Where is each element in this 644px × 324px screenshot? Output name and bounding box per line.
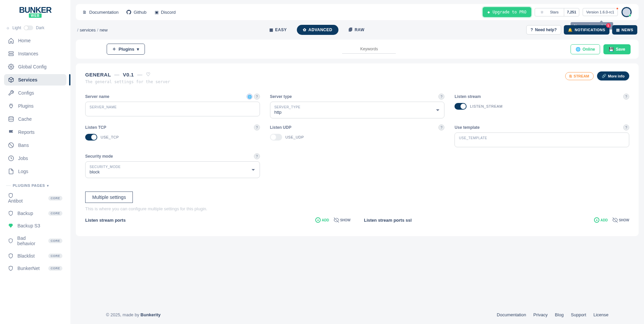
notifications-button[interactable]: 🔔NOTIFICATIONS1	[564, 25, 609, 35]
svg-rect-1	[9, 54, 13, 56]
clock-icon	[8, 155, 14, 161]
show-button[interactable]: SHOW	[334, 217, 351, 223]
link-documentation[interactable]: 🗎Documentation	[83, 10, 118, 15]
plugin-label: Backup S3	[17, 223, 40, 228]
field-label: Server name	[85, 94, 109, 99]
plugins-dropdown[interactable]: ✧Plugins▾	[107, 44, 145, 55]
footer-license[interactable]: License	[593, 312, 608, 317]
nav-global-config[interactable]: Global Config	[4, 61, 66, 72]
plugin-blacklist[interactable]: BlacklistCORE	[4, 251, 66, 261]
help-icon[interactable]: ?	[438, 94, 444, 100]
link-label: Discord	[161, 10, 176, 15]
show-button[interactable]: SHOW	[612, 217, 629, 223]
field-security-mode: Security mode ? SECURITY_MODEblock	[85, 153, 260, 178]
field-server-type: Server type ? SERVER_TYPEhttp	[270, 94, 445, 118]
plugin-backup-s3[interactable]: Backup S3	[4, 220, 66, 231]
nav-cache[interactable]: Cache	[4, 113, 66, 125]
field-listen-stream: Listen stream ? LISTEN_STREAM	[454, 94, 629, 118]
github-stars[interactable]: ☆ Stars7,251	[535, 8, 579, 16]
logo[interactable]: BUNKER WEB	[0, 3, 70, 23]
listen-tcp-toggle[interactable]	[85, 134, 97, 141]
add-button[interactable]: +ADD	[315, 217, 329, 223]
status-online-dot	[629, 14, 631, 17]
link-discord[interactable]: ▣Discord	[155, 10, 176, 15]
nav-label: Configs	[18, 90, 34, 96]
plugin-bunkernet[interactable]: BunkerNetCORE	[4, 263, 66, 274]
plugin-bad-behavior[interactable]: Bad behaviorCORE	[4, 233, 66, 249]
nav-label: Global Config	[18, 64, 47, 69]
link-github[interactable]: Github	[126, 10, 146, 15]
plugin-backup[interactable]: BackupCORE	[4, 208, 66, 219]
toggle-label: LISTEN_STREAM	[470, 104, 502, 108]
save-button[interactable]: 💾Save	[603, 44, 631, 54]
mode-label: ADVANCED	[309, 28, 332, 32]
search-input[interactable]	[342, 45, 396, 54]
online-button[interactable]: 🌐Online	[571, 44, 600, 54]
plugin-antibot[interactable]: AntibotCORE	[4, 190, 66, 206]
help-icon[interactable]: ?	[254, 153, 260, 159]
mode-easy[interactable]: ▦EASY	[263, 25, 293, 35]
mode-label: EASY	[275, 28, 287, 32]
footer-support[interactable]: Support	[571, 312, 586, 317]
nav-home[interactable]: Home	[4, 35, 66, 46]
theme-toggle[interactable]	[24, 25, 33, 30]
nav-logs[interactable]: Logs	[4, 166, 66, 177]
news-button[interactable]: ▤NEWS	[612, 25, 638, 35]
more-info-button[interactable]: 🔗More info	[597, 71, 630, 80]
mode-raw[interactable]: 🗐RAW	[342, 25, 371, 35]
use-template-input[interactable]: USE_TEMPLATE	[454, 132, 629, 147]
server-name-input[interactable]: SERVER_NAME	[85, 102, 260, 116]
upgrade-button[interactable]: ◆Upgrade to PRO	[483, 7, 531, 17]
nav-reports[interactable]: Reports	[4, 126, 66, 138]
help-icon[interactable]: ?	[623, 124, 629, 130]
nav-label: Bans	[18, 143, 29, 148]
breadcrumb-services[interactable]: services	[80, 28, 96, 33]
toggle-label: USE_TCP	[101, 135, 119, 139]
shield-outline-icon: ♡	[146, 71, 151, 77]
help-icon[interactable]: ?	[623, 94, 629, 100]
nav-services[interactable]: Services	[4, 74, 66, 86]
server-type-select[interactable]: SERVER_TYPEhttp	[270, 102, 445, 118]
user-avatar[interactable]	[621, 7, 632, 17]
home-icon	[8, 38, 14, 44]
plugin-label: Antibot	[8, 198, 23, 204]
globe-icon[interactable]: 🌐	[247, 94, 253, 100]
svg-line-5	[9, 144, 13, 147]
nav-bans[interactable]: Bans	[4, 140, 66, 151]
flag-icon	[8, 129, 14, 135]
security-mode-select[interactable]: SECURITY_MODEblock	[85, 161, 260, 178]
link-icon: 🔗	[602, 74, 606, 78]
footer-privacy[interactable]: Privacy	[533, 312, 548, 317]
multiple-settings-section: Multiple settings This is where you can …	[85, 192, 629, 223]
add-button[interactable]: +ADD	[594, 217, 608, 223]
right-actions: ?Need help? 🔔NOTIFICATIONS1 ▤NEWS	[526, 25, 637, 35]
shield-icon	[8, 193, 13, 198]
footer-blog[interactable]: Blog	[555, 312, 564, 317]
nav-configs[interactable]: Configs	[4, 87, 66, 99]
nav-jobs[interactable]: Jobs	[4, 153, 66, 164]
box-icon	[8, 77, 14, 83]
globe-icon: 🌐	[576, 47, 581, 52]
help-button[interactable]: ?Need help?	[526, 25, 561, 35]
field-label: Listen TCP	[85, 125, 106, 130]
nav-plugins[interactable]: Plugins	[4, 100, 66, 112]
divider	[6, 185, 11, 186]
version-box[interactable]: Version 1.6.0-rc1	[583, 8, 618, 16]
field-listen-udp: Listen UDP ? USE_UDP	[270, 124, 445, 147]
topbar: 🗎Documentation Github ▣Discord ◆Upgrade …	[76, 4, 639, 20]
help-icon[interactable]: ?	[438, 124, 444, 130]
footer-docs[interactable]: Documentation	[497, 312, 526, 317]
plugin-label: BunkerNet	[17, 266, 40, 271]
plugin-label: Backup	[17, 211, 33, 216]
nav-instances[interactable]: Instances	[4, 48, 66, 59]
help-icon[interactable]: ?	[254, 124, 260, 130]
plugins-section-header[interactable]: PLUGINS PAGES ▾	[0, 179, 70, 190]
brand-link[interactable]: Bunkerity	[141, 312, 161, 317]
stream-icon: ⎘	[570, 74, 572, 78]
toggle-label: USE_UDP	[285, 135, 304, 139]
help-icon[interactable]: ?	[254, 94, 260, 100]
database-icon	[8, 116, 14, 122]
mode-advanced[interactable]: ✿ADVANCED	[297, 25, 338, 35]
listen-udp-toggle[interactable]	[270, 134, 282, 141]
listen-stream-toggle[interactable]	[454, 103, 467, 110]
